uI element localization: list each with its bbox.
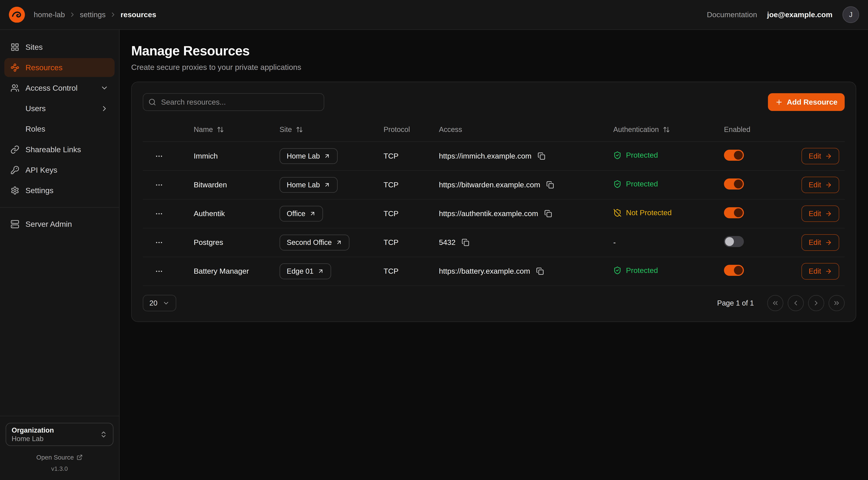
copy-button[interactable] [536, 151, 547, 161]
arrow-up-right-icon [324, 153, 331, 159]
arrow-right-icon [825, 239, 832, 246]
resource-protocol: TCP [383, 209, 399, 218]
organization-selector[interactable]: Organization Home Lab [6, 423, 114, 446]
next-page-button[interactable] [808, 295, 824, 311]
copy-button[interactable] [545, 180, 555, 190]
breadcrumb-current-page: resources [121, 10, 156, 19]
row-menu-button[interactable] [153, 265, 165, 278]
table-header-row: Name Site Protocol Access Authenticati [143, 118, 845, 142]
resources-icon [10, 63, 19, 72]
sidebar-item-api-keys[interactable]: API Keys [4, 160, 115, 179]
last-page-button[interactable] [829, 295, 845, 311]
enabled-toggle[interactable] [724, 150, 744, 161]
copy-button[interactable] [461, 237, 470, 247]
edit-button[interactable]: Edit [801, 205, 839, 222]
server-icon [10, 220, 19, 229]
sidebar-item-resources[interactable]: Resources [4, 58, 115, 77]
site-link-button[interactable]: Second Office [280, 235, 349, 250]
edit-button[interactable]: Edit [801, 263, 839, 280]
edit-button[interactable]: Edit [801, 234, 839, 251]
sidebar-item-settings[interactable]: Settings [4, 181, 115, 200]
sidebar: Sites Resources Access Control Users Rol… [0, 30, 120, 480]
edit-button-label: Edit [809, 238, 821, 246]
site-name: Home Lab [287, 152, 320, 160]
column-header-name[interactable]: Name [194, 125, 280, 133]
sort-icon [217, 126, 224, 133]
row-menu-button[interactable] [153, 150, 165, 162]
breadcrumb-settings[interactable]: settings [80, 10, 105, 19]
copy-button[interactable] [535, 266, 545, 276]
resource-access-url: https://battery.example.com [439, 267, 530, 275]
sidebar-item-users[interactable]: Users [4, 99, 115, 118]
site-link-button[interactable]: Home Lab [280, 177, 338, 193]
card-toolbar: Add Resource [143, 93, 845, 111]
open-source-label: Open Source [36, 454, 74, 461]
pagination: 20 Page 1 of 1 [143, 295, 845, 311]
enabled-toggle[interactable] [724, 236, 744, 247]
arrow-right-icon [825, 268, 832, 275]
open-source-link[interactable]: Open Source [6, 454, 114, 461]
column-header-site[interactable]: Site [280, 125, 383, 133]
enabled-toggle[interactable] [724, 265, 744, 276]
row-menu-button[interactable] [153, 178, 165, 191]
edit-button[interactable]: Edit [801, 177, 839, 193]
site-link-button[interactable]: Edge 01 [280, 263, 331, 279]
sort-icon [663, 126, 670, 133]
sidebar-nav: Sites Resources Access Control Users Rol… [0, 30, 119, 234]
enabled-toggle[interactable] [724, 207, 744, 218]
column-header-authentication[interactable]: Authentication [613, 125, 724, 133]
shield-check-icon [613, 180, 622, 188]
ellipsis-icon [155, 238, 163, 247]
search-input[interactable] [143, 93, 324, 111]
search-box [143, 93, 324, 111]
edit-button[interactable]: Edit [801, 148, 839, 164]
documentation-link[interactable]: Documentation [707, 10, 757, 19]
app-logo-icon[interactable] [9, 7, 25, 23]
sidebar-item-sites[interactable]: Sites [4, 38, 115, 57]
chevrons-left-icon [771, 299, 779, 307]
site-name: Office [287, 210, 305, 218]
column-header-protocol: Protocol [383, 125, 439, 133]
chevron-right-icon [110, 11, 117, 18]
chevrons-up-down-icon [100, 430, 107, 439]
auth-status-label: Protected [626, 266, 658, 275]
first-page-button[interactable] [767, 295, 783, 311]
auth-status-label: Not Protected [626, 209, 672, 217]
chevron-right-icon [812, 299, 820, 307]
sidebar-item-label: API Keys [26, 166, 57, 175]
sites-icon [10, 43, 19, 52]
auth-status: Protected [613, 180, 658, 188]
add-resource-button[interactable]: Add Resource [768, 93, 845, 111]
row-menu-button[interactable] [153, 207, 165, 220]
prev-page-button[interactable] [788, 295, 804, 311]
page-size-select[interactable]: 20 [143, 295, 176, 311]
site-link-button[interactable]: Office [280, 206, 323, 222]
arrow-right-icon [825, 210, 832, 217]
resource-access-url: 5432 [439, 238, 456, 247]
ellipsis-icon [155, 210, 163, 218]
arrow-up-right-icon [324, 182, 331, 188]
sidebar-item-roles[interactable]: Roles [4, 120, 115, 139]
row-menu-button[interactable] [153, 236, 165, 249]
chevrons-right-icon [833, 299, 840, 307]
sidebar-item-access-control[interactable]: Access Control [4, 79, 115, 97]
table-body: Immich Home Lab TCP https://immich.examp… [143, 142, 845, 286]
resources-card: Add Resource Name Site Protocol [131, 82, 856, 322]
avatar[interactable]: J [842, 6, 859, 23]
search-icon [148, 98, 156, 106]
copy-button[interactable] [543, 209, 553, 219]
auth-status-label: Protected [626, 180, 658, 188]
access-control-icon [10, 84, 19, 92]
arrow-up-right-icon [309, 210, 316, 217]
breadcrumb-org[interactable]: home-lab [34, 10, 65, 19]
sidebar-item-server-admin[interactable]: Server Admin [4, 215, 115, 234]
enabled-toggle[interactable] [724, 178, 744, 189]
copy-icon [536, 267, 544, 275]
sidebar-item-shareable-links[interactable]: Shareable Links [4, 140, 115, 159]
sidebar-item-label: Sites [26, 43, 43, 52]
key-icon [10, 166, 19, 175]
app-version: v1.3.0 [6, 466, 114, 472]
page-size-value: 20 [150, 299, 157, 307]
user-email[interactable]: joe@example.com [767, 10, 832, 19]
site-link-button[interactable]: Home Lab [280, 148, 338, 164]
